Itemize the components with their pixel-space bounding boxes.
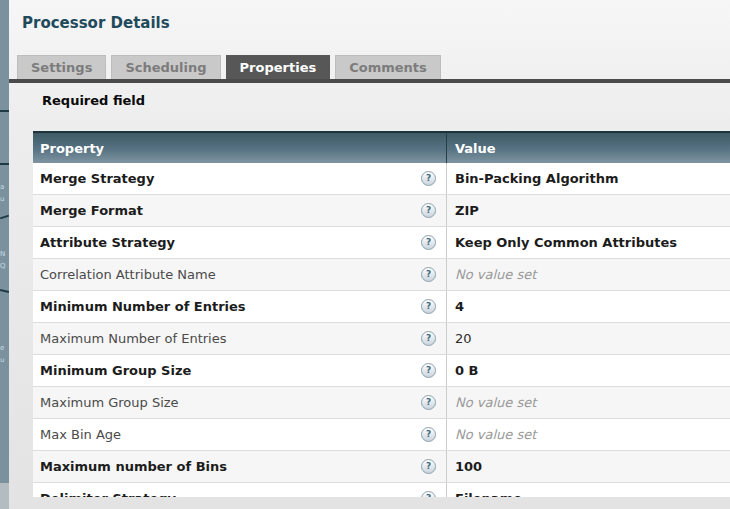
- property-value: Keep Only Common Attributes: [455, 235, 677, 250]
- help-icon[interactable]: ?: [421, 363, 436, 378]
- value-cell: Keep Only Common Attributes: [447, 227, 730, 258]
- table-row: Merge Format?ZIP: [33, 195, 730, 227]
- value-cell: ZIP: [447, 195, 730, 226]
- table-row: Minimum Group Size?0 B: [33, 355, 730, 387]
- property-value: ZIP: [455, 203, 479, 218]
- value-cell: Filename: [447, 483, 730, 497]
- column-header-value: Value: [447, 141, 730, 156]
- table-row: Minimum Number of Entries?4: [33, 291, 730, 323]
- canvas-text-fragment: N: [0, 250, 5, 258]
- background-canvas-edge: a u N Q e u: [0, 0, 9, 509]
- table-row: Maximum Group Size?No value set: [33, 387, 730, 419]
- table-row: Maximum number of Bins?100: [33, 451, 730, 483]
- properties-table-header: Property Value: [33, 131, 730, 163]
- tab-settings[interactable]: Settings: [17, 55, 106, 79]
- column-header-property: Property: [33, 133, 447, 163]
- canvas-text-fragment: e: [0, 344, 4, 352]
- table-row: Merge Strategy?Bin-Packing Algorithm: [33, 163, 730, 195]
- canvas-line: [0, 110, 9, 112]
- table-row: Maximum Number of Entries?20: [33, 323, 730, 355]
- value-cell: 20: [447, 323, 730, 354]
- value-cell: 100: [447, 451, 730, 482]
- property-value-empty: No value set: [455, 395, 536, 410]
- property-value: 4: [455, 299, 464, 314]
- property-name: Max Bin Age: [40, 427, 121, 442]
- property-value: Filename: [455, 491, 522, 497]
- properties-table-body: Merge Strategy?Bin-Packing AlgorithmMerg…: [33, 163, 730, 497]
- property-cell: Merge Strategy?: [33, 163, 447, 194]
- help-icon[interactable]: ?: [421, 267, 436, 282]
- property-cell: Minimum Group Size?: [33, 355, 447, 386]
- canvas-text-fragment: u: [0, 356, 4, 364]
- property-value: 20: [455, 331, 472, 346]
- required-field-label: Required field: [42, 93, 145, 108]
- help-icon[interactable]: ?: [421, 171, 436, 186]
- property-name: Maximum number of Bins: [40, 459, 227, 474]
- property-value: 100: [455, 459, 482, 474]
- table-row: Max Bin Age?No value set: [33, 419, 730, 451]
- property-name: Minimum Group Size: [40, 363, 191, 378]
- table-row: Attribute Strategy?Keep Only Common Attr…: [33, 227, 730, 259]
- help-icon[interactable]: ?: [421, 491, 436, 497]
- tab-properties[interactable]: Properties: [226, 55, 331, 79]
- property-value-empty: No value set: [455, 267, 536, 282]
- property-name: Minimum Number of Entries: [40, 299, 246, 314]
- canvas-footer-edge: [0, 483, 9, 509]
- property-cell: Max Bin Age?: [33, 419, 447, 450]
- help-icon[interactable]: ?: [421, 299, 436, 314]
- property-value: 0 B: [455, 363, 478, 378]
- property-cell: Maximum number of Bins?: [33, 451, 447, 482]
- help-icon[interactable]: ?: [421, 459, 436, 474]
- value-cell: No value set: [447, 419, 730, 450]
- tab-underline: [9, 79, 730, 83]
- property-name: Attribute Strategy: [40, 235, 175, 250]
- value-cell: No value set: [447, 387, 730, 418]
- property-value-empty: No value set: [455, 427, 536, 442]
- canvas-text-fragment: a: [0, 183, 4, 191]
- property-name: Merge Format: [40, 203, 143, 218]
- property-cell: Maximum Group Size?: [33, 387, 447, 418]
- canvas-line: [0, 289, 9, 293]
- help-icon[interactable]: ?: [421, 395, 436, 410]
- value-cell: Bin-Packing Algorithm: [447, 163, 730, 194]
- help-icon[interactable]: ?: [421, 235, 436, 250]
- property-value: Bin-Packing Algorithm: [455, 171, 619, 186]
- tab-scheduling[interactable]: Scheduling: [111, 55, 220, 79]
- canvas-line: [0, 163, 9, 165]
- property-cell: Minimum Number of Entries?: [33, 291, 447, 322]
- property-cell: Merge Format?: [33, 195, 447, 226]
- property-name: Delimiter Strategy: [40, 491, 176, 497]
- processor-details-dialog: Processor Details SettingsSchedulingProp…: [9, 0, 730, 509]
- property-cell: Maximum Number of Entries?: [33, 323, 447, 354]
- value-cell: 4: [447, 291, 730, 322]
- property-name: Correlation Attribute Name: [40, 267, 216, 282]
- canvas-text-fragment: Q: [0, 262, 6, 270]
- property-name: Merge Strategy: [40, 171, 154, 186]
- tab-bar: SettingsSchedulingPropertiesComments: [17, 55, 446, 79]
- property-cell: Attribute Strategy?: [33, 227, 447, 258]
- table-row: Correlation Attribute Name?No value set: [33, 259, 730, 291]
- tab-comments[interactable]: Comments: [335, 55, 441, 79]
- properties-table[interactable]: Property Value Merge Strategy?Bin-Packin…: [33, 131, 730, 497]
- property-cell: Delimiter Strategy?: [33, 483, 447, 497]
- table-row: Delimiter Strategy?Filename: [33, 483, 730, 497]
- dialog-title: Processor Details: [22, 14, 170, 32]
- property-cell: Correlation Attribute Name?: [33, 259, 447, 290]
- help-icon[interactable]: ?: [421, 331, 436, 346]
- value-cell: 0 B: [447, 355, 730, 386]
- help-icon[interactable]: ?: [421, 203, 436, 218]
- property-name: Maximum Group Size: [40, 395, 179, 410]
- property-name: Maximum Number of Entries: [40, 331, 226, 346]
- canvas-text-fragment: u: [0, 195, 4, 203]
- canvas-line: [0, 215, 9, 220]
- value-cell: No value set: [447, 259, 730, 290]
- help-icon[interactable]: ?: [421, 427, 436, 442]
